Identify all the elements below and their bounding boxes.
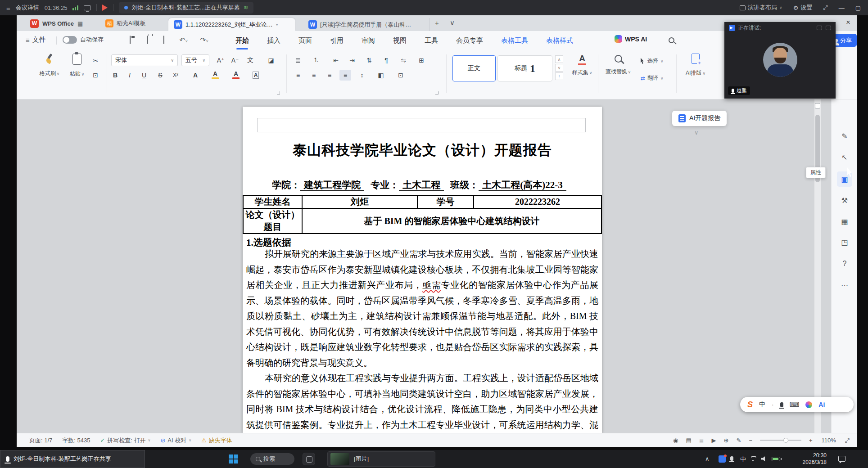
copy-button[interactable]: ⊡ [90, 70, 101, 81]
zoom-slider-thumb[interactable] [783, 438, 788, 443]
text-wrap-button[interactable]: ⇋ [398, 55, 409, 66]
web-view-icon[interactable]: ⊕ [724, 437, 729, 444]
wps-ai-button[interactable]: WPS AI [615, 35, 647, 43]
print-button[interactable] [143, 36, 151, 44]
document-canvas[interactable]: 泰山科技学院毕业论文（设计）开题报告 学院：建筑工程学院专业：土木工程班级：土木… [17, 99, 831, 433]
page-indicator[interactable]: 页面: 1/7 [29, 436, 52, 445]
ime-logo-icon[interactable]: S [747, 400, 753, 410]
select-button[interactable]: 选择 ∨ [641, 57, 664, 65]
show-marks-button[interactable]: ¶ [380, 55, 392, 66]
print-preview-button[interactable] [160, 36, 168, 44]
meeting-details-label[interactable]: 会议详情 [16, 4, 39, 12]
page-view-icon[interactable]: ▤ [686, 437, 691, 444]
scroll-top-icon[interactable] [815, 103, 820, 108]
tab-list-button[interactable]: ∨ [450, 19, 455, 27]
zoom-in-button[interactable]: + [809, 437, 813, 444]
menu-开始[interactable]: 开始 [235, 36, 249, 45]
translate-button[interactable]: ⇄ 翻译 ∨ [641, 74, 664, 82]
speaker-layout-button[interactable]: 演讲者布局 ∨ [737, 2, 785, 14]
screen-sharing-indicator[interactable]: 刘炬-全日制本科-装配工艺岗正在共享 [0, 450, 145, 468]
menu-页面[interactable]: 页面 [298, 36, 312, 45]
decrease-indent-button[interactable]: ⇤ [330, 55, 342, 66]
minimize-button[interactable]: — [836, 3, 847, 13]
ime-language-toggle[interactable]: 中 [759, 400, 765, 409]
tray-meeting-app-icon[interactable] [719, 455, 726, 463]
align-right-button[interactable]: ≡ [324, 70, 335, 81]
increase-font-button[interactable]: A⁺ [215, 55, 226, 66]
sharing-screen-tab[interactable]: 刘炬-全日制本科-装配工艺...正在共享屏幕 ≋ [119, 2, 253, 14]
line-spacing-button[interactable]: ↕ [356, 70, 368, 81]
menu-插入[interactable]: 插入 [267, 36, 280, 45]
chart-icon[interactable]: ▦ [837, 214, 852, 229]
ai-report-button[interactable]: AI开题报告 [672, 111, 727, 126]
style-gallery-more[interactable]: ⋮ [555, 72, 563, 80]
outline-view-icon[interactable]: ≣ [699, 437, 704, 444]
font-size-select[interactable]: 五号∨ [181, 54, 209, 66]
fullscreen-button[interactable]: ⤢ [820, 2, 830, 13]
taskbar-app-icon[interactable] [303, 453, 315, 465]
style-gallery-down[interactable]: ∨ [555, 64, 563, 72]
justify-button[interactable]: ≡ [339, 70, 351, 81]
cut-button[interactable]: ✂ [90, 55, 101, 66]
decrease-font-button[interactable]: A⁻ [229, 55, 241, 66]
style-set-button[interactable]: A 样式集∨ [570, 54, 595, 76]
action-center-icon[interactable] [838, 456, 845, 462]
menu-视图[interactable]: 视图 [393, 36, 407, 45]
pinyin-button[interactable]: A [189, 70, 202, 81]
tab-docer-templates[interactable]: 稻 稻壳AI模板 [101, 17, 150, 30]
taskbar-search[interactable]: 搜索 [250, 453, 294, 465]
zoom-out-button[interactable]: − [749, 437, 752, 444]
ime-punctuation-toggle[interactable]: · [772, 401, 774, 408]
tab-document-manual[interactable]: W [只读]学生简易使用手册（泰山科技… [303, 18, 429, 31]
autosave-toggle[interactable]: 自动保存 [63, 36, 104, 44]
menu-工具[interactable]: 工具 [425, 36, 438, 45]
word-count[interactable]: 字数: 5435 [62, 436, 90, 445]
file-menu-button[interactable]: ≡ 文件 [26, 36, 46, 44]
undo-button[interactable]: ↶∨ [177, 36, 190, 44]
style-normal[interactable]: 正文 [452, 55, 496, 81]
missing-font-warning[interactable]: ⚠ 缺失字体 [201, 436, 232, 445]
redo-button[interactable]: ↷∨ [198, 36, 211, 44]
meeting-menu-icon[interactable]: ≡ [6, 4, 10, 12]
ai-layout-button[interactable]: AI排版∨ [683, 54, 708, 77]
taskbar-clock[interactable]: 20:30 2026/3/18 [791, 452, 827, 466]
align-center-button[interactable]: ≡ [308, 70, 320, 81]
style-heading1[interactable]: 标题 1 [497, 55, 552, 81]
search-icon[interactable] [669, 37, 674, 43]
panel-collapse-button[interactable]: ∨ [694, 129, 699, 136]
bullet-list-button[interactable]: ≣ [292, 55, 304, 66]
zoom-slider[interactable] [760, 440, 801, 441]
font-name-select[interactable]: 宋体∨ [111, 54, 178, 66]
superscript-button[interactable]: X² [170, 70, 181, 81]
ai-proof-status[interactable]: ⊘ AI 校对 ∨ [160, 436, 191, 445]
increase-indent-button[interactable]: ⇥ [346, 55, 358, 66]
menu-引用[interactable]: 引用 [330, 36, 344, 45]
document-page[interactable]: 泰山科技学院毕业论文（设计）开题报告 学院：建筑工程学院专业：土木工程班级：土木… [243, 107, 602, 433]
bookmark-icon[interactable]: ◳ [837, 234, 852, 250]
char-shading-button[interactable]: A [250, 70, 262, 81]
strikethrough-button[interactable]: S [154, 70, 166, 81]
toolbox-icon[interactable]: ⚒ [837, 193, 852, 208]
tray-mic-icon[interactable] [730, 456, 733, 461]
ime-keyboard-icon[interactable]: ⌨ [790, 400, 800, 409]
font-color-button[interactable]: A [229, 70, 243, 81]
volume-icon[interactable] [761, 456, 767, 461]
menu-会员专享[interactable]: 会员专享 [456, 36, 483, 45]
vertical-scrollbar[interactable] [814, 99, 821, 433]
highlight-color-button[interactable]: A [208, 70, 222, 81]
ink-pen-icon[interactable]: ✎ [837, 128, 852, 144]
play-view-icon[interactable]: ▶ [712, 437, 716, 444]
italic-button[interactable]: I [124, 70, 136, 81]
pip-icon[interactable] [826, 26, 831, 30]
video-call-overlay[interactable]: 正在讲话: 赵鹏 [724, 22, 836, 99]
find-replace-button[interactable]: 查找替换∨ [603, 54, 633, 76]
help-icon[interactable]: ? [837, 256, 852, 271]
numbered-list-button[interactable]: ⒈ [310, 55, 322, 66]
meeting-settings-button[interactable]: ⚙ 设置 [791, 2, 815, 14]
bold-button[interactable]: B [109, 70, 121, 81]
paragraph-group-expand-icon[interactable] [435, 91, 439, 94]
insert-table-icon[interactable]: ⊞ [416, 55, 427, 66]
select-tool-icon[interactable]: ↖ [837, 149, 852, 165]
wifi-icon[interactable] [749, 456, 756, 462]
ime-ai-button[interactable]: Ai [818, 401, 825, 408]
